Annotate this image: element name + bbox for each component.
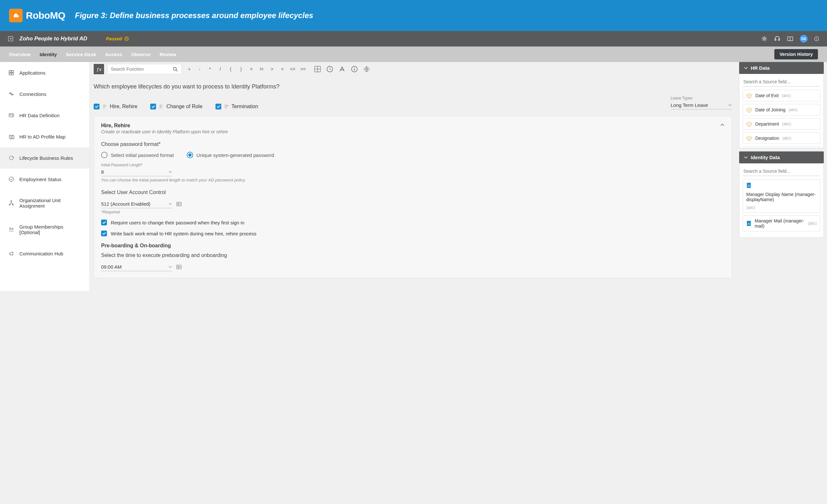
op-minus[interactable]: -	[195, 64, 204, 73]
search-function[interactable]	[107, 64, 182, 74]
uac-select[interactable]: 512 (Account Enabled)	[101, 200, 172, 208]
appbar-title: Zoho People to Hybrid AD	[19, 36, 87, 42]
calc-icon[interactable]	[314, 65, 321, 72]
writeback-email-checkbox[interactable]: Write back work email to HR system durin…	[101, 231, 725, 236]
text-icon[interactable]	[339, 65, 346, 72]
checkbox-checked-icon	[101, 219, 107, 225]
hint-text: You can choose the initial password leng…	[101, 178, 725, 183]
sidebar-item-ou-assignment[interactable]: Organizational Unit Assignment	[0, 190, 90, 216]
field-item[interactable]: Date of Exit(abc)	[743, 90, 820, 101]
field-item[interactable]: Manager Mail (manager-mail)(abc)	[743, 215, 820, 232]
sidebar-item-hr-data-definition[interactable]: HR Data Definition	[0, 105, 90, 126]
headset-icon[interactable]	[774, 36, 780, 42]
field-item[interactable]: Date of Joining(abc)	[743, 104, 820, 115]
tabbar: Overview Identity Service Desk Access Ob…	[0, 47, 827, 62]
checkbox-checked-icon[interactable]	[215, 104, 221, 109]
pause-icon	[124, 36, 129, 41]
field-name: Date of Joining	[755, 107, 785, 112]
sidebar-item-lifecycle-business-rules[interactable]: Lifecycle Business Rules	[0, 147, 90, 168]
tab-review[interactable]: Review	[159, 47, 177, 62]
op-rparen[interactable]: )	[237, 64, 246, 73]
info-icon[interactable]	[814, 36, 819, 41]
field-type: (abc)	[782, 93, 790, 98]
radio-label: Select initial password format	[111, 152, 174, 158]
select-value: Long Term Leave	[671, 102, 708, 108]
password-format-label: Choose password format*	[101, 141, 725, 147]
preboarding-heading: Pre-boarding & On-boarding	[101, 243, 725, 249]
checkbox-label: Write back work email to HR system durin…	[111, 231, 256, 236]
tab-observe[interactable]: Observe	[131, 47, 151, 62]
sidebar-item-communication-hub[interactable]: Communication Hub	[0, 243, 90, 264]
user-x-icon	[224, 104, 229, 109]
op-lte[interactable]: <=	[288, 64, 297, 73]
tab-service-desk[interactable]: Service Desk	[66, 47, 96, 62]
chevron-down-icon	[744, 155, 748, 160]
tab-identity[interactable]: Identity	[40, 47, 57, 62]
field-name: Department	[755, 121, 779, 127]
fx-bar: ƒx + - * / ( ) = != > < <= >=	[94, 62, 732, 76]
op-lt[interactable]: <	[278, 64, 287, 73]
sidebar-item-label: HR to AD Profile Map	[19, 134, 65, 140]
lifecycle-termination[interactable]: Termination	[215, 104, 258, 109]
back-icon[interactable]	[8, 36, 13, 42]
field-name: Date of Exit	[755, 93, 779, 98]
op-eq[interactable]: =	[247, 64, 256, 73]
op-mul[interactable]: *	[205, 64, 214, 73]
book-icon[interactable]	[787, 36, 793, 42]
panel-header[interactable]: HR Data	[739, 62, 824, 74]
table-icon[interactable]	[176, 264, 182, 270]
chevron-down-icon	[168, 170, 172, 174]
clock-icon[interactable]	[326, 65, 333, 72]
leave-types-select[interactable]: Leave Types Long Term Leave	[671, 96, 732, 109]
field-item[interactable]: Manager Display Name (manager-displayNam…	[743, 179, 820, 213]
field-name: Manager Mail (manager-mail)	[755, 218, 805, 229]
radio-select-initial-format[interactable]: Select initial password format	[101, 152, 174, 158]
sidebar-item-connections[interactable]: Connections	[0, 83, 90, 105]
sidebar-item-label: Applications	[19, 70, 46, 75]
op-gt[interactable]: >	[267, 64, 277, 73]
avatar[interactable]: DE	[800, 35, 808, 43]
op-div[interactable]: /	[216, 64, 225, 73]
tab-overview[interactable]: Overview	[9, 47, 31, 62]
sidebar-item-employment-status[interactable]: Employment Status	[0, 168, 90, 190]
tab-access[interactable]: Access	[105, 47, 122, 62]
field-item[interactable]: Designation(abc)	[743, 133, 820, 144]
op-lparen[interactable]: (	[226, 64, 235, 73]
field-item[interactable]: Employee ID(abc)	[743, 147, 820, 148]
globe-icon[interactable]	[363, 65, 370, 72]
panel-header[interactable]: Identity Data	[739, 151, 824, 163]
logo: RoboMQ	[9, 9, 65, 22]
select-value: 09:00 AM	[101, 264, 121, 269]
checkbox-checked-icon[interactable]	[94, 104, 99, 109]
chevron-down-icon	[744, 66, 748, 70]
field-item[interactable]: Department(abc)	[743, 118, 820, 130]
sidebar-item-hr-to-ad-profile-map[interactable]: HR to AD Profile Map	[0, 126, 90, 147]
gear-icon[interactable]	[761, 36, 768, 42]
radio-unique-generated[interactable]: Unique system-generated password	[187, 152, 274, 158]
hire-rehire-card: Hire, Rehire Create or reactivate user i…	[94, 116, 732, 278]
password-length-select[interactable]: 8	[101, 168, 172, 176]
field-type: (abc)	[782, 136, 791, 141]
op-gte[interactable]: >=	[298, 64, 307, 73]
hr-search-input[interactable]	[743, 77, 820, 87]
op-neq[interactable]: !=	[257, 64, 266, 73]
search-icon[interactable]	[173, 66, 178, 72]
require-password-change-checkbox[interactable]: Require users to change their password w…	[101, 219, 725, 225]
op-plus[interactable]: +	[185, 64, 194, 73]
preboarding-time-select[interactable]: 09:00 AM	[101, 263, 172, 271]
appbar: Zoho People to Hybrid AD Paused DE	[0, 31, 827, 47]
field-label: Initial Password Length*	[101, 163, 725, 167]
checkbox-checked-icon[interactable]	[150, 104, 156, 109]
identity-search-input[interactable]	[743, 166, 820, 176]
search-function-input[interactable]	[111, 66, 173, 72]
sidebar-item-group-memberships[interactable]: Group Memberships [Optional]	[0, 216, 90, 243]
table-icon[interactable]	[176, 201, 182, 207]
sidebar-item-applications[interactable]: Applications	[0, 62, 90, 83]
lifecycle-hire[interactable]: Hire, Rehire	[94, 104, 137, 109]
info-tool-icon[interactable]	[351, 65, 358, 72]
lifecycle-role[interactable]: Change of Role	[150, 104, 202, 109]
status-paused: Paused	[106, 36, 129, 41]
version-history-button[interactable]: Version History	[774, 49, 818, 59]
uac-label: Select User Account Control	[101, 190, 725, 195]
collapse-icon[interactable]	[720, 123, 725, 127]
